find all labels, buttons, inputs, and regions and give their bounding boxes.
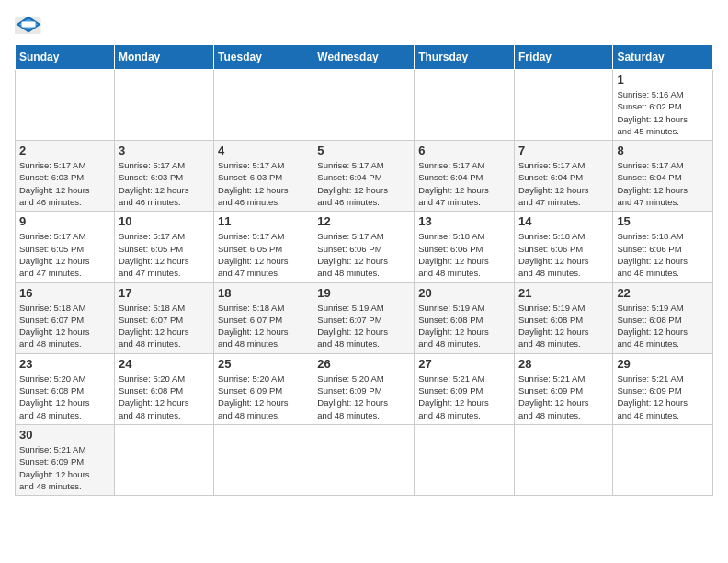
- day-sun-info: Sunrise: 5:19 AM Sunset: 6:08 PM Dayligh…: [518, 302, 609, 350]
- day-number: 29: [617, 357, 709, 371]
- calendar-cell: [613, 424, 713, 495]
- day-sun-info: Sunrise: 5:20 AM Sunset: 6:08 PM Dayligh…: [119, 373, 210, 421]
- weekday-header-wednesday: Wednesday: [313, 45, 415, 70]
- day-sun-info: Sunrise: 5:17 AM Sunset: 6:03 PM Dayligh…: [218, 159, 309, 208]
- calendar-cell: 13Sunrise: 5:18 AM Sunset: 6:06 PM Dayli…: [415, 212, 515, 282]
- calendar-cell: 29Sunrise: 5:21 AM Sunset: 6:09 PM Dayli…: [613, 353, 713, 424]
- weekday-header-row: SundayMondayTuesdayWednesdayThursdayFrid…: [16, 45, 713, 70]
- day-number: 6: [418, 144, 510, 157]
- header: [15, 15, 713, 37]
- day-number: 9: [19, 214, 110, 228]
- day-sun-info: Sunrise: 5:16 AM Sunset: 6:02 PM Dayligh…: [617, 88, 709, 137]
- day-sun-info: Sunrise: 5:19 AM Sunset: 6:08 PM Dayligh…: [418, 302, 510, 350]
- generalblue-logo-icon: [15, 15, 42, 37]
- day-number: 30: [19, 428, 110, 442]
- day-number: 26: [317, 357, 410, 371]
- day-sun-info: Sunrise: 5:17 AM Sunset: 6:03 PM Dayligh…: [119, 159, 210, 208]
- day-sun-info: Sunrise: 5:18 AM Sunset: 6:06 PM Dayligh…: [617, 230, 709, 279]
- day-number: 18: [218, 286, 309, 300]
- calendar-cell: 7Sunrise: 5:17 AM Sunset: 6:04 PM Daylig…: [514, 141, 612, 212]
- day-number: 3: [119, 144, 210, 157]
- day-number: 1: [617, 73, 709, 86]
- calendar-cell: 9Sunrise: 5:17 AM Sunset: 6:05 PM Daylig…: [16, 212, 115, 282]
- day-sun-info: Sunrise: 5:18 AM Sunset: 6:06 PM Dayligh…: [418, 230, 510, 279]
- calendar-cell: 4Sunrise: 5:17 AM Sunset: 6:03 PM Daylig…: [214, 141, 313, 212]
- calendar-cell: 23Sunrise: 5:20 AM Sunset: 6:08 PM Dayli…: [16, 353, 115, 424]
- calendar-body: 1Sunrise: 5:16 AM Sunset: 6:02 PM Daylig…: [16, 70, 713, 496]
- day-number: 17: [119, 286, 210, 300]
- calendar-cell: 30Sunrise: 5:21 AM Sunset: 6:09 PM Dayli…: [16, 424, 115, 495]
- calendar-cell: 16Sunrise: 5:18 AM Sunset: 6:07 PM Dayli…: [16, 282, 115, 353]
- calendar-cell: 25Sunrise: 5:20 AM Sunset: 6:09 PM Dayli…: [214, 353, 313, 424]
- calendar-cell: [313, 70, 415, 141]
- calendar-cell: 22Sunrise: 5:19 AM Sunset: 6:08 PM Dayli…: [613, 282, 713, 353]
- day-sun-info: Sunrise: 5:17 AM Sunset: 6:04 PM Dayligh…: [617, 159, 709, 208]
- calendar-cell: 17Sunrise: 5:18 AM Sunset: 6:07 PM Dayli…: [114, 282, 213, 353]
- calendar-cell: 8Sunrise: 5:17 AM Sunset: 6:04 PM Daylig…: [613, 141, 713, 212]
- day-number: 28: [518, 357, 609, 371]
- calendar-cell: 3Sunrise: 5:17 AM Sunset: 6:03 PM Daylig…: [114, 141, 213, 212]
- day-sun-info: Sunrise: 5:17 AM Sunset: 6:05 PM Dayligh…: [119, 230, 210, 279]
- day-number: 22: [617, 286, 709, 300]
- day-number: 2: [19, 144, 110, 157]
- calendar-cell: 27Sunrise: 5:21 AM Sunset: 6:09 PM Dayli…: [415, 353, 515, 424]
- day-sun-info: Sunrise: 5:17 AM Sunset: 6:05 PM Dayligh…: [218, 230, 309, 279]
- calendar-cell: 19Sunrise: 5:19 AM Sunset: 6:07 PM Dayli…: [313, 282, 415, 353]
- calendar-cell: 11Sunrise: 5:17 AM Sunset: 6:05 PM Dayli…: [214, 212, 313, 282]
- weekday-header-thursday: Thursday: [415, 45, 515, 70]
- day-sun-info: Sunrise: 5:20 AM Sunset: 6:09 PM Dayligh…: [218, 373, 309, 421]
- day-number: 5: [317, 144, 410, 157]
- day-sun-info: Sunrise: 5:17 AM Sunset: 6:04 PM Dayligh…: [418, 159, 510, 208]
- calendar-cell: [415, 424, 515, 495]
- day-number: 21: [518, 286, 609, 300]
- day-sun-info: Sunrise: 5:19 AM Sunset: 6:07 PM Dayligh…: [317, 302, 410, 350]
- day-number: 19: [317, 286, 410, 300]
- calendar-week-row: 9Sunrise: 5:17 AM Sunset: 6:05 PM Daylig…: [16, 212, 713, 282]
- calendar-cell: 1Sunrise: 5:16 AM Sunset: 6:02 PM Daylig…: [613, 70, 713, 141]
- day-sun-info: Sunrise: 5:18 AM Sunset: 6:07 PM Dayligh…: [119, 302, 210, 350]
- weekday-header-monday: Monday: [114, 45, 213, 70]
- calendar-cell: [514, 70, 612, 141]
- day-sun-info: Sunrise: 5:17 AM Sunset: 6:03 PM Dayligh…: [19, 159, 110, 208]
- day-number: 14: [518, 214, 609, 228]
- day-number: 27: [418, 357, 510, 371]
- calendar-cell: [415, 70, 515, 141]
- day-number: 8: [617, 144, 709, 157]
- calendar-cell: 2Sunrise: 5:17 AM Sunset: 6:03 PM Daylig…: [16, 141, 115, 212]
- day-sun-info: Sunrise: 5:21 AM Sunset: 6:09 PM Dayligh…: [418, 373, 510, 421]
- weekday-header-friday: Friday: [514, 45, 612, 70]
- calendar-header: SundayMondayTuesdayWednesdayThursdayFrid…: [16, 45, 713, 70]
- day-sun-info: Sunrise: 5:18 AM Sunset: 6:07 PM Dayligh…: [218, 302, 309, 350]
- day-sun-info: Sunrise: 5:20 AM Sunset: 6:09 PM Dayligh…: [317, 373, 410, 421]
- day-number: 12: [317, 214, 410, 228]
- calendar-cell: [214, 70, 313, 141]
- calendar-cell: [214, 424, 313, 495]
- calendar-cell: 12Sunrise: 5:17 AM Sunset: 6:06 PM Dayli…: [313, 212, 415, 282]
- calendar-cell: [114, 70, 213, 141]
- logo: [15, 15, 46, 37]
- calendar-cell: 14Sunrise: 5:18 AM Sunset: 6:06 PM Dayli…: [514, 212, 612, 282]
- day-sun-info: Sunrise: 5:17 AM Sunset: 6:05 PM Dayligh…: [19, 230, 110, 279]
- calendar-cell: 10Sunrise: 5:17 AM Sunset: 6:05 PM Dayli…: [114, 212, 213, 282]
- day-sun-info: Sunrise: 5:18 AM Sunset: 6:06 PM Dayligh…: [518, 230, 609, 279]
- weekday-header-saturday: Saturday: [613, 45, 713, 70]
- calendar-cell: 20Sunrise: 5:19 AM Sunset: 6:08 PM Dayli…: [415, 282, 515, 353]
- calendar-week-row: 30Sunrise: 5:21 AM Sunset: 6:09 PM Dayli…: [16, 424, 713, 495]
- day-number: 16: [19, 286, 110, 300]
- calendar-week-row: 16Sunrise: 5:18 AM Sunset: 6:07 PM Dayli…: [16, 282, 713, 353]
- calendar-cell: 24Sunrise: 5:20 AM Sunset: 6:08 PM Dayli…: [114, 353, 213, 424]
- calendar-cell: 18Sunrise: 5:18 AM Sunset: 6:07 PM Dayli…: [214, 282, 313, 353]
- day-sun-info: Sunrise: 5:17 AM Sunset: 6:04 PM Dayligh…: [317, 159, 410, 208]
- day-sun-info: Sunrise: 5:17 AM Sunset: 6:04 PM Dayligh…: [518, 159, 609, 208]
- calendar-week-row: 1Sunrise: 5:16 AM Sunset: 6:02 PM Daylig…: [16, 70, 713, 141]
- day-sun-info: Sunrise: 5:21 AM Sunset: 6:09 PM Dayligh…: [19, 443, 110, 492]
- day-number: 10: [119, 214, 210, 228]
- calendar-cell: 15Sunrise: 5:18 AM Sunset: 6:06 PM Dayli…: [613, 212, 713, 282]
- day-number: 7: [518, 144, 609, 157]
- day-number: 25: [218, 357, 309, 371]
- day-sun-info: Sunrise: 5:20 AM Sunset: 6:08 PM Dayligh…: [19, 373, 110, 421]
- calendar-cell: [16, 70, 115, 141]
- calendar-cell: 6Sunrise: 5:17 AM Sunset: 6:04 PM Daylig…: [415, 141, 515, 212]
- day-sun-info: Sunrise: 5:17 AM Sunset: 6:06 PM Dayligh…: [317, 230, 410, 279]
- day-sun-info: Sunrise: 5:19 AM Sunset: 6:08 PM Dayligh…: [617, 302, 709, 350]
